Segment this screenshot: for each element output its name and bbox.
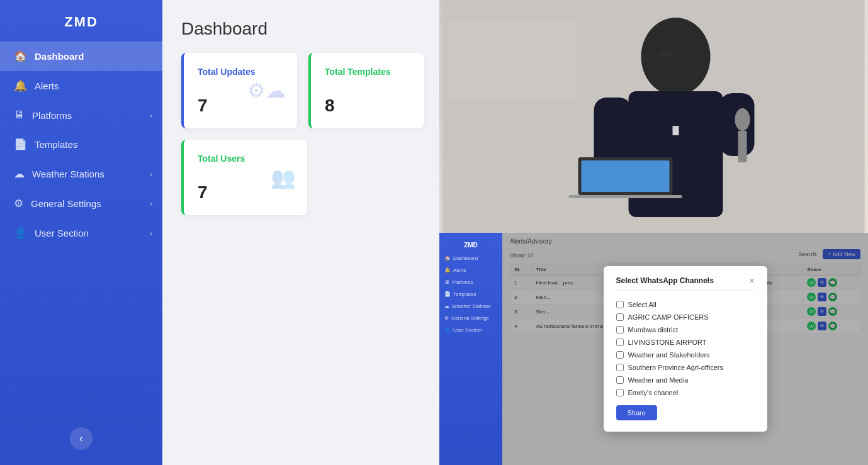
chevron-right-icon: › [150,199,152,208]
home-icon: 🏠 [14,50,27,63]
sidebar-item-label: Alerts [35,81,59,91]
modal-close-button[interactable]: × [749,276,754,285]
sidebar-item-dashboard[interactable]: 🏠 Dashboard [0,42,162,71]
checkbox-mumbwa[interactable] [616,326,624,333]
whatsapp-channels-modal: Select WhatsApp Channels × Select All [604,266,767,432]
users-icon: 👥 [271,165,296,189]
svg-point-6 [735,108,750,131]
sidebar-item-label: Weather Stations [32,169,104,179]
svg-rect-12 [449,19,575,101]
sidebar-item-general-settings[interactable]: ⚙ General Settings › [0,189,162,218]
monitor-icon: 🖥 [14,109,25,121]
sidebar-collapse-button[interactable]: ‹ [70,427,93,450]
modal-option-mumbwa: Mumbwa district [616,323,755,336]
checkbox-agric-camp[interactable] [616,313,624,321]
modal-option-livingstone: LIVINGSTONE AIRPORT [616,336,755,349]
bottom-section: ZMD 🏠Dashboard 🔔Alerts 🖥Platforms [439,233,868,465]
svg-rect-7 [738,131,747,162]
upper-section: Dashboard Total Updates 7 ⚙☁ Total Templ… [162,0,868,465]
inner-logo: ZMD [439,238,502,252]
inner-screenshot: ZMD 🏠Dashboard 🔔Alerts 🖥Platforms [439,233,868,465]
sidebar: ZMD 🏠 Dashboard 🔔 Alerts 🖥 Platforms › 📄… [0,0,162,465]
card-updates-title: Total Updates [198,67,283,77]
chevron-right-icon: › [150,169,152,179]
inner-nav-weather: ☁Weather Stations [439,300,502,312]
gear-icon: ⚙ [14,197,23,210]
checkbox-weather-media[interactable] [616,376,624,384]
sidebar-item-label: User Section [35,228,89,238]
modal-option-weather-stakeholders: Weather and Stakeholders [616,349,755,361]
image-placeholder [439,0,868,233]
sidebar-item-label: Platforms [32,110,72,121]
inner-main-content: Alerts/Advisory Show: 10 Search: + Add N… [502,233,868,465]
modal-option-select-all: Select All [616,298,755,311]
inner-nav-alerts: 🔔Alerts [439,264,502,276]
user-icon: 👤 [14,227,27,240]
inner-nav-platforms: 🖥Platforms [439,276,502,288]
modal-option-agric-camp: AGRIC CAMP OFFICERS [616,311,755,323]
sidebar-item-label: Templates [35,139,77,150]
inner-nav-templates: 📄Templates [439,288,502,300]
inner-nav-settings: ⚙General Settings [439,312,502,324]
checkbox-select-all[interactable] [616,301,624,308]
modal-title: Select WhatsApp Channels [616,276,714,285]
right-panel: ZMD 🏠Dashboard 🔔Alerts 🖥Platforms [439,0,868,465]
sidebar-logo: ZMD [0,0,162,42]
chevron-right-icon: › [150,228,152,238]
card-total-updates: Total Updates 7 ⚙☁ [181,53,297,128]
svg-rect-10 [582,160,670,192]
card-templates-value: 8 [325,96,410,116]
modal-share-button[interactable]: Share [616,405,657,420]
dashboard-panel: Dashboard Total Updates 7 ⚙☁ Total Templ… [162,0,439,465]
modal-option-southern-province: Southern Province Agri-officers [616,361,755,374]
sidebar-item-alerts[interactable]: 🔔 Alerts [0,71,162,101]
sidebar-item-platforms[interactable]: 🖥 Platforms › [0,101,162,130]
sidebar-item-templates[interactable]: 📄 Templates [0,130,162,159]
settings-cloud-icon: ⚙☁ [247,79,286,103]
modal-option-emelys: Emely's channel [616,386,755,399]
checkbox-livingstone[interactable] [616,339,624,346]
sidebar-item-label: General Settings [31,198,101,209]
svg-point-11 [659,50,674,57]
bell-icon: 🔔 [14,79,27,92]
content-wrapper: Dashboard Total Updates 7 ⚙☁ Total Templ… [162,0,868,465]
checkbox-weather-stakeholders[interactable] [616,351,624,359]
card-users-title: Total Users [198,154,293,164]
card-total-templates: Total Templates 8 [308,53,424,128]
checkbox-emelys[interactable] [616,389,624,396]
modal-overlay: Select WhatsApp Channels × Select All [502,233,868,465]
svg-point-2 [641,18,711,96]
checkbox-southern-province[interactable] [616,364,624,371]
modal-option-weather-media: Weather and Media [616,374,755,386]
modal-header: Select WhatsApp Channels × [616,276,755,291]
cards-grid: Total Updates 7 ⚙☁ Total Templates 8 [181,53,424,215]
card-total-users: Total Users 7 👥 [181,140,307,215]
cards-row-2: Total Users 7 👥 [181,140,424,215]
sidebar-item-weather-stations[interactable]: ☁ Weather Stations › [0,159,162,189]
sidebar-item-label: Dashboard [35,51,84,62]
card-templates-title: Total Templates [325,67,410,77]
app-layout: ZMD 🏠 Dashboard 🔔 Alerts 🖥 Platforms › 📄… [0,0,868,465]
top-image-area [439,0,868,233]
inner-sidebar: ZMD 🏠Dashboard 🔔Alerts 🖥Platforms [439,233,502,465]
cards-row-1: Total Updates 7 ⚙☁ Total Templates 8 [181,53,424,128]
svg-rect-8 [569,195,682,198]
cloud-icon: ☁ [14,167,25,181]
inner-nav-users: 👤User Section [439,324,502,336]
presentation-image [439,0,868,233]
chevron-right-icon: › [150,111,152,120]
sidebar-item-user-section[interactable]: 👤 User Section › [0,218,162,248]
sidebar-nav: 🏠 Dashboard 🔔 Alerts 🖥 Platforms › 📄 Tem… [0,42,162,427]
inner-nav-dashboard: 🏠Dashboard [439,252,502,264]
page-title: Dashboard [181,19,424,39]
document-icon: 📄 [14,138,27,151]
